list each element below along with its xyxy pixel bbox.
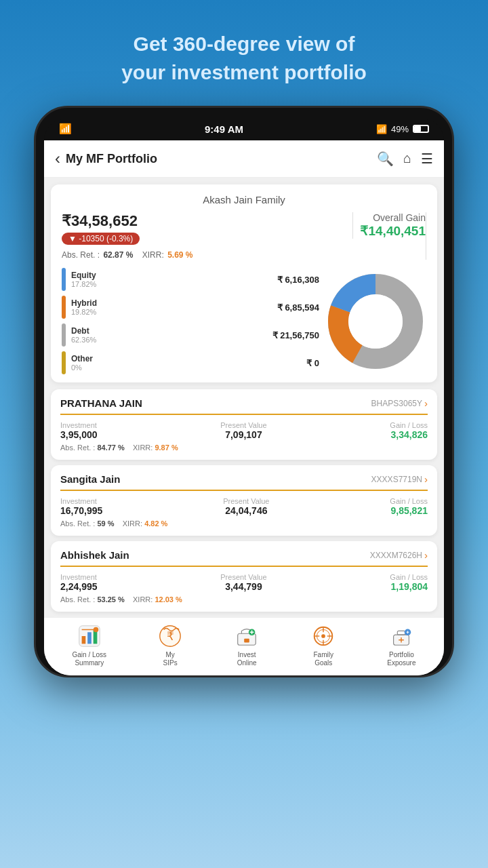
stat-present: Present Value 24,04,746 — [223, 497, 269, 516]
stat-gain: Gain / Loss 3,34,826 — [390, 421, 428, 440]
member-stats-row: Investment 2,24,995 Present Value 3,44,7… — [60, 573, 428, 592]
stat-value: 3,95,000 — [60, 429, 98, 440]
stat-value: 7,09,107 — [220, 429, 266, 440]
member-abs-ret: Abs. Ret. : 84.77 % XIRR: 9.87 % — [60, 443, 428, 452]
stat-value: 24,04,746 — [223, 505, 269, 516]
sips-icon: ₹ — [157, 623, 183, 649]
stat-label: Investment — [60, 421, 98, 429]
stat-present: Present Value 3,44,799 — [220, 573, 266, 592]
gain-loss-label: Gain / LossSummary — [73, 651, 107, 667]
gain-loss-icon — [77, 623, 102, 649]
member-name: Sangita Jain — [60, 473, 120, 485]
stat-value: 2,24,995 — [60, 581, 98, 592]
svg-rect-5 — [81, 636, 85, 644]
member-pan[interactable]: XXXXS7719N › — [371, 473, 428, 485]
stat-gain-value: 3,34,826 — [390, 429, 428, 440]
asset-color-bar — [62, 351, 66, 374]
member-abs-ret: Abs. Ret. : 59 % XIRR: 4.82 % — [60, 519, 428, 528]
chevron-right-icon: › — [424, 473, 428, 485]
asset-info: Equity 17.82% — [71, 271, 272, 288]
member-pan[interactable]: BHAPS3065Y › — [371, 397, 428, 409]
asset-info: Debt 62.36% — [71, 326, 267, 344]
stat-present: Present Value 7,09,107 — [220, 421, 266, 440]
stat-label: Gain / Loss — [390, 497, 428, 505]
nav-item-sips[interactable]: ₹ MySIPs — [157, 623, 183, 667]
asset-color-bar — [62, 323, 66, 347]
abs-ret-val: 84.77 % — [97, 443, 124, 452]
member-stats-row: Investment 3,95,000 Present Value 7,09,1… — [60, 421, 428, 440]
xirr-label: XIRR: — [142, 250, 164, 260]
stat-investment: Investment 3,95,000 — [60, 421, 98, 440]
asset-amount: ₹ 6,85,594 — [277, 302, 319, 313]
asset-info: Hybrid 19.82% — [71, 298, 272, 316]
stat-label: Investment — [60, 497, 102, 505]
member-card: Abhishek Jain XXXXM7626H › Investment 2,… — [51, 541, 437, 612]
asset-color-bar — [62, 268, 66, 291]
wifi-icon: 📶 — [59, 123, 72, 135]
asset-amount: ₹ 6,16,308 — [277, 275, 319, 285]
donut-chart — [325, 271, 426, 372]
asset-name: Hybrid — [71, 298, 272, 308]
xirr-value: 5.69 % — [167, 250, 192, 260]
bluetooth-icon: 📶 — [376, 124, 387, 134]
nav-item-invest[interactable]: InvestOnline — [234, 623, 260, 667]
abs-ret-row: Abs. Ret. : 62.87 % XIRR: 5.69 % — [62, 250, 346, 260]
nav-item-family[interactable]: FamilyGoals — [310, 623, 336, 667]
battery-pct: 49% — [391, 124, 409, 134]
header-line2: your investment portfolio — [121, 61, 367, 83]
asset-pct: 62.36% — [71, 336, 267, 344]
svg-point-3 — [348, 294, 403, 349]
asset-color-bar — [62, 296, 66, 319]
stat-investment: Investment 16,70,995 — [60, 497, 102, 516]
stat-value: 16,70,995 — [60, 505, 102, 516]
total-value: ₹34,58,652 — [62, 212, 346, 230]
change-pct: (-0.3%) — [106, 234, 133, 243]
member-name: Abhishek Jain — [60, 549, 129, 561]
xirr-val: 4.82 % — [144, 519, 167, 528]
search-icon[interactable]: 🔍 — [377, 151, 394, 167]
asset-item: Debt 62.36%₹ 21,56,750 — [62, 323, 319, 347]
member-card: PRATHANA JAIN BHAPS3065Y › Investment 3,… — [51, 389, 437, 460]
phone-frame: 📶 9:49 AM 📶 49% ‹ My MF Portfolio 🔍 ⌂ ☰ — [34, 106, 454, 677]
overall-gain-section: Overall Gain ₹14,40,451 — [352, 212, 426, 239]
stat-gain: Gain / Loss 1,19,804 — [390, 573, 428, 592]
nav-item-exposure[interactable]: PortfolioExposure — [387, 623, 415, 667]
abs-ret-val: 59 % — [97, 519, 114, 528]
member-pan[interactable]: XXXXM7626H › — [370, 549, 428, 561]
asset-amount: ₹ 21,56,750 — [272, 330, 319, 340]
member-header: PRATHANA JAIN BHAPS3065Y › — [60, 397, 428, 415]
battery-icon — [413, 125, 429, 133]
asset-item: Other 0%₹ 0 — [62, 351, 319, 374]
svg-rect-13 — [244, 639, 249, 643]
xirr-val: 9.87 % — [155, 443, 178, 452]
asset-pct: 17.82% — [71, 280, 272, 288]
back-button[interactable]: ‹ — [55, 149, 60, 168]
svg-rect-25 — [398, 631, 405, 635]
asset-item: Hybrid 19.82%₹ 6,85,594 — [62, 296, 319, 319]
top-navbar: ‹ My MF Portfolio 🔍 ⌂ ☰ — [44, 140, 444, 178]
member-header: Abhishek Jain XXXXM7626H › — [60, 549, 428, 567]
nav-actions: 🔍 ⌂ ☰ — [377, 151, 433, 167]
exposure-label: PortfolioExposure — [387, 651, 415, 667]
nav-left: ‹ My MF Portfolio — [55, 149, 157, 168]
chevron-right-icon: › — [424, 549, 428, 561]
home-icon[interactable]: ⌂ — [403, 151, 411, 167]
overall-gain-value: ₹14,40,451 — [360, 223, 426, 239]
status-time: 9:49 AM — [205, 123, 243, 135]
stat-label: Gain / Loss — [390, 573, 428, 581]
stat-label: Gain / Loss — [390, 421, 428, 429]
family-name: Akash Jain Family — [62, 194, 426, 205]
invest-label: InvestOnline — [237, 651, 257, 667]
overall-gain-label: Overall Gain — [360, 212, 426, 223]
svg-text:₹: ₹ — [167, 630, 174, 643]
nav-item-gain-loss[interactable]: Gain / LossSummary — [73, 623, 107, 667]
stat-value: 3,44,799 — [220, 581, 266, 592]
bottom-nav: Gain / LossSummary ₹ MySIPs — [44, 617, 444, 675]
menu-icon[interactable]: ☰ — [421, 151, 433, 167]
asset-info: Other 0% — [71, 354, 301, 372]
svg-rect-6 — [87, 632, 92, 644]
status-bar: 📶 9:49 AM 📶 49% — [44, 119, 444, 140]
phone-screen: ‹ My MF Portfolio 🔍 ⌂ ☰ Akash Jain Famil… — [44, 140, 444, 675]
xirr-val: 12.03 % — [155, 595, 182, 604]
asset-name: Other — [71, 354, 301, 363]
